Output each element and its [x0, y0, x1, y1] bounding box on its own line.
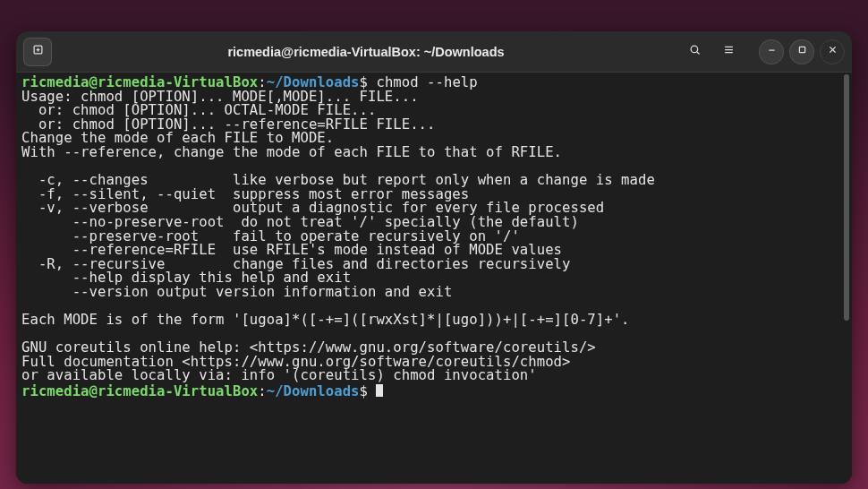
output-line: or available locally via: info '(coreuti… — [21, 367, 537, 383]
window-title: ricmedia@ricmedia-VirtualBox: ~/Download… — [52, 45, 680, 59]
prompt-sigil: $ — [360, 383, 377, 399]
svg-point-3 — [691, 46, 698, 53]
terminal-body[interactable]: ricmedia@ricmedia-VirtualBox:~/Downloads… — [16, 73, 852, 484]
minimize-button[interactable] — [759, 39, 784, 64]
search-button[interactable] — [680, 38, 709, 66]
prompt-user-host: ricmedia@ricmedia-VirtualBox — [21, 383, 258, 399]
new-tab-button[interactable] — [23, 38, 52, 66]
close-button[interactable] — [820, 39, 845, 64]
svg-rect-9 — [799, 47, 804, 52]
close-icon — [826, 43, 839, 60]
titlebar: ricmedia@ricmedia-VirtualBox: ~/Download… — [16, 31, 852, 73]
terminal-cursor — [376, 384, 383, 397]
svg-line-4 — [696, 52, 699, 55]
search-icon — [688, 43, 702, 60]
hamburger-menu-icon — [722, 43, 736, 60]
prompt-sep: : — [258, 383, 266, 399]
new-tab-icon — [31, 43, 45, 60]
menu-button[interactable] — [714, 38, 743, 66]
maximize-button[interactable] — [789, 39, 814, 64]
minimize-icon — [765, 43, 779, 60]
maximize-icon — [796, 43, 809, 60]
terminal-window: ricmedia@ricmedia-VirtualBox: ~/Download… — [16, 31, 852, 484]
output-line: --version output version information and… — [21, 284, 452, 300]
terminal-text: ricmedia@ricmedia-VirtualBox:~/Downloads… — [16, 73, 852, 399]
scrollbar-thumb[interactable] — [844, 74, 849, 321]
prompt-path: ~/Downloads — [267, 383, 360, 399]
output-line: Each MODE is of the form '[ugoa]*([-+=](… — [21, 312, 630, 328]
output-line: With --reference, change the mode of eac… — [21, 144, 562, 160]
